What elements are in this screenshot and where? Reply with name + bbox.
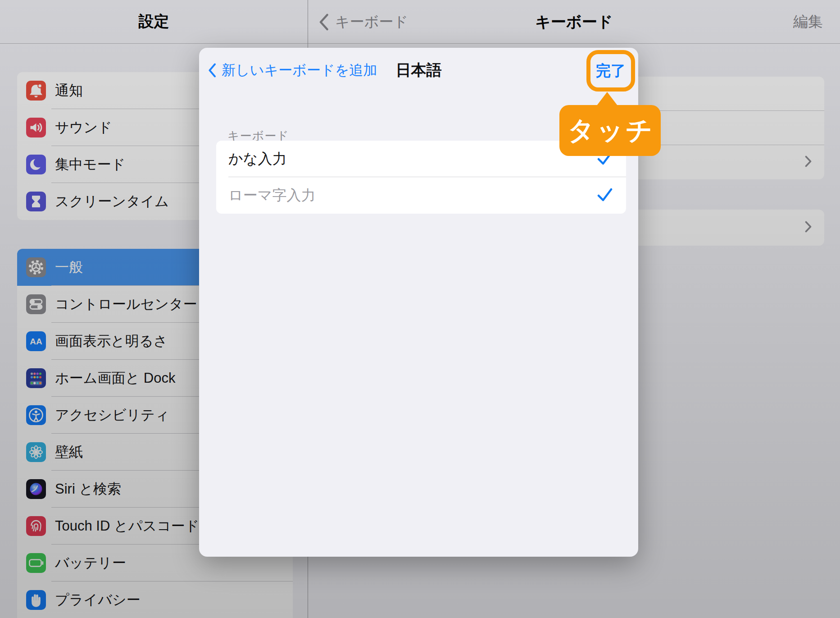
list-item-romaji-input[interactable]: ローマ字入力 [216, 177, 626, 214]
list-item-label: ローマ字入力 [228, 186, 316, 206]
done-button[interactable]: 完了 [596, 61, 626, 81]
callout-arrow-up [597, 92, 618, 105]
modal-title: 日本語 [199, 48, 638, 93]
touch-callout-label: タッチ [565, 113, 654, 148]
touch-callout: タッチ [559, 105, 661, 156]
list-item-label: かな入力 [228, 149, 287, 169]
ipad-settings-screen: 設定 通知 サウンド 集中モード [0, 0, 840, 618]
checkmark-icon [597, 188, 613, 203]
done-highlight-ring: 完了 [586, 50, 635, 92]
modal-header: 新しいキーボードを追加 日本語 完了 [199, 48, 638, 93]
